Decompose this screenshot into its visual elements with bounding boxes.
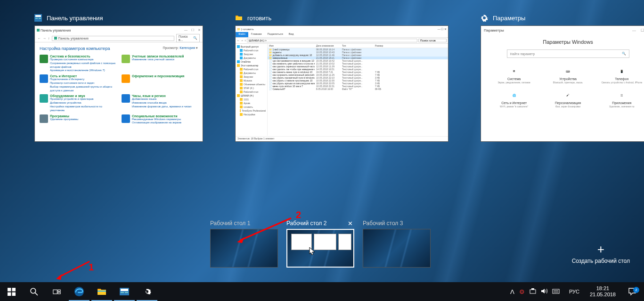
svg-rect-9	[12, 288, 15, 291]
new-desktop-button[interactable]: + Создать рабочий стол	[572, 242, 630, 264]
svg-rect-18	[98, 291, 106, 292]
svg-rect-23	[530, 290, 536, 293]
task-view-button[interactable]	[45, 282, 68, 301]
annotation-label-2: 2	[296, 210, 301, 220]
svg-point-12	[31, 288, 36, 293]
control-panel-icon	[34, 14, 42, 22]
svg-rect-15	[58, 290, 60, 291]
window-title: Параметры	[493, 15, 525, 22]
taskbar: ᐱ ⚙ РУС 18:21 21.05.2018 2	[0, 282, 644, 301]
annotation-label-1: 1	[89, 262, 94, 273]
taskbar-app-edge[interactable]	[68, 282, 90, 301]
virtual-desktop-2[interactable]: Рабочий стол 2✕	[286, 220, 354, 268]
taskbar-clock[interactable]: 18:21 21.05.2018	[585, 285, 620, 298]
gear-icon	[481, 14, 488, 22]
start-button[interactable]	[0, 282, 23, 301]
settings-preview: Параметры—☐✕ Параметры Windows Найти пар…	[481, 25, 644, 142]
annotation-arrow-1	[54, 259, 92, 280]
window-title: готовить	[247, 15, 271, 22]
tray-keyboard-icon[interactable]	[552, 288, 560, 295]
taskbar-notifications[interactable]: 2	[622, 287, 642, 296]
window-thumb-explorer[interactable]: готовить 📁 | готовить— ☐ ✕ ФайлГлавнаяПо…	[235, 14, 448, 142]
svg-rect-3	[39, 18, 41, 19]
tray-unknown-icon[interactable]: ⚙	[519, 288, 525, 295]
svg-rect-1	[35, 15, 41, 17]
virtual-desktop-1[interactable]: Рабочий стол 1	[210, 220, 278, 268]
tray-chevron-icon[interactable]: ᐱ	[510, 288, 514, 295]
svg-marker-5	[56, 274, 62, 280]
search-button[interactable]	[23, 282, 45, 301]
svg-rect-25	[553, 289, 559, 293]
svg-rect-8	[8, 288, 11, 291]
taskbar-app-settings[interactable]	[136, 282, 158, 301]
svg-rect-16	[58, 292, 60, 293]
window-title: Панель управления	[47, 15, 103, 22]
taskbar-app-control-panel[interactable]	[113, 282, 136, 301]
svg-rect-11	[12, 292, 15, 295]
taskbar-app-explorer[interactable]	[90, 282, 113, 301]
tray-network-icon[interactable]	[530, 288, 536, 296]
svg-rect-10	[8, 292, 11, 295]
control-panel-preview: Панель управления—☐✕ ←→↑Панель управлени…	[34, 25, 203, 142]
svg-rect-24	[531, 288, 534, 290]
window-thumb-control-panel[interactable]: Панель управления Панель управления—☐✕ ←…	[34, 14, 203, 142]
window-thumb-settings[interactable]: Параметры Параметры—☐✕ Параметры Windows…	[481, 14, 644, 142]
folder-icon	[235, 14, 243, 22]
svg-line-4	[59, 261, 90, 277]
svg-rect-22	[125, 292, 128, 293]
svg-rect-14	[53, 290, 57, 294]
close-icon[interactable]: ✕	[346, 220, 354, 227]
taskbar-language[interactable]: РУС	[565, 289, 583, 294]
virtual-desktop-3[interactable]: Рабочий стол 3	[363, 220, 431, 268]
explorer-preview: 📁 | готовить— ☐ ✕ ФайлГлавнаяПоделитьсяВ…	[235, 25, 448, 142]
plus-icon: +	[572, 242, 630, 257]
svg-line-13	[35, 293, 37, 295]
svg-rect-20	[121, 289, 128, 291]
svg-rect-2	[35, 18, 38, 19]
svg-rect-21	[121, 292, 124, 293]
tray-volume-icon[interactable]	[541, 288, 547, 296]
